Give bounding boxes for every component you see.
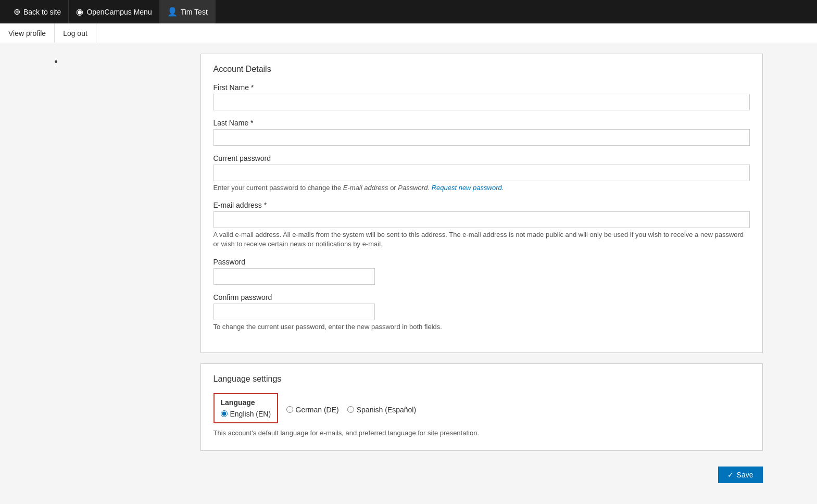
- current-password-help-or: or: [388, 184, 398, 192]
- save-area: ✓ Save: [44, 461, 773, 494]
- opencampus-menu-button[interactable]: ◉ OpenCampus Menu: [69, 0, 159, 23]
- language-highlight-box: Language English (EN): [213, 393, 279, 423]
- save-checkmark: ✓: [727, 471, 734, 479]
- last-name-label: Last Name *: [213, 119, 750, 127]
- content-wrapper: • Account Details First Name * Last Name…: [44, 54, 773, 461]
- password-italic: Password: [398, 184, 428, 192]
- log-out-link[interactable]: Log out: [55, 23, 96, 43]
- last-name-group: Last Name *: [213, 119, 750, 146]
- request-new-password-link[interactable]: Request new password.: [432, 184, 504, 192]
- current-password-label: Current password: [213, 154, 750, 162]
- password-label: Password: [213, 258, 750, 266]
- english-label: English (EN): [230, 410, 271, 418]
- user-name-label: Tim Test: [181, 8, 208, 16]
- account-details-section: Account Details First Name * Last Name *…: [200, 54, 763, 353]
- additional-language-options: German (DE) Spanish (Español): [286, 406, 750, 414]
- email-address-label: E-mail address *: [213, 201, 750, 209]
- main-content: • Account Details First Name * Last Name…: [44, 43, 773, 504]
- confirm-password-label: Confirm password: [213, 293, 750, 301]
- language-settings-section: Language settings Language English (EN): [200, 363, 763, 451]
- menu-icon: ◉: [76, 7, 83, 17]
- password-group: Password: [213, 258, 750, 285]
- radio-options-inline: English (EN): [221, 410, 271, 418]
- back-to-site-label: Back to site: [23, 8, 61, 16]
- language-field-label: Language: [221, 398, 271, 407]
- last-name-input[interactable]: [213, 129, 750, 146]
- language-label-col: Language English (EN): [213, 393, 286, 423]
- save-label: Save: [737, 471, 753, 479]
- globe-icon: ⊕: [14, 7, 20, 17]
- german-option[interactable]: German (DE): [286, 406, 339, 414]
- english-radio[interactable]: [221, 410, 228, 417]
- left-sidebar: •: [55, 54, 200, 461]
- confirm-password-help: To change the current user password, ent…: [213, 322, 750, 332]
- form-area: Account Details First Name * Last Name *…: [200, 54, 763, 461]
- spanish-label: Spanish (Español): [357, 406, 416, 414]
- view-profile-link[interactable]: View profile: [0, 23, 55, 43]
- secondary-navigation: View profile Log out: [0, 23, 817, 43]
- email-address-input[interactable]: [213, 211, 750, 228]
- confirm-password-input[interactable]: [213, 304, 375, 320]
- top-navigation: ⊕ Back to site ◉ OpenCampus Menu 👤 Tim T…: [0, 0, 817, 23]
- german-radio[interactable]: [286, 406, 293, 413]
- language-settings-title: Language settings: [213, 374, 750, 384]
- first-name-label: First Name *: [213, 83, 750, 92]
- spanish-radio[interactable]: [347, 406, 354, 413]
- account-details-title: Account Details: [213, 65, 750, 74]
- current-password-input[interactable]: [213, 165, 750, 181]
- first-name-group: First Name *: [213, 83, 750, 110]
- back-to-site-button[interactable]: ⊕ Back to site: [6, 0, 69, 23]
- current-password-help-text1: Enter your current password to change th…: [213, 184, 343, 192]
- opencampus-menu-label: OpenCampus Menu: [86, 8, 152, 16]
- email-italic: E-mail address: [343, 184, 388, 192]
- german-label: German (DE): [296, 406, 339, 414]
- spanish-option[interactable]: Spanish (Español): [347, 406, 416, 414]
- password-input[interactable]: [213, 268, 375, 285]
- user-icon: 👤: [167, 7, 178, 17]
- first-name-input[interactable]: [213, 94, 750, 110]
- sidebar-dot: •: [55, 57, 58, 67]
- email-address-group: E-mail address * A valid e-mail address.…: [213, 201, 750, 249]
- english-option[interactable]: English (EN): [221, 410, 271, 418]
- current-password-group: Current password Enter your current pass…: [213, 154, 750, 193]
- save-button[interactable]: ✓ Save: [718, 467, 763, 483]
- language-row: Language English (EN): [213, 393, 750, 423]
- language-help: This account's default language for e-ma…: [213, 429, 750, 438]
- user-menu-button[interactable]: 👤 Tim Test: [160, 0, 216, 23]
- language-options-col: German (DE) Spanish (Español): [286, 393, 750, 414]
- current-password-help: Enter your current password to change th…: [213, 183, 750, 193]
- email-address-help: A valid e-mail address. All e-mails from…: [213, 230, 750, 249]
- confirm-password-group: Confirm password To change the current u…: [213, 293, 750, 332]
- current-password-help-period: .: [428, 184, 431, 192]
